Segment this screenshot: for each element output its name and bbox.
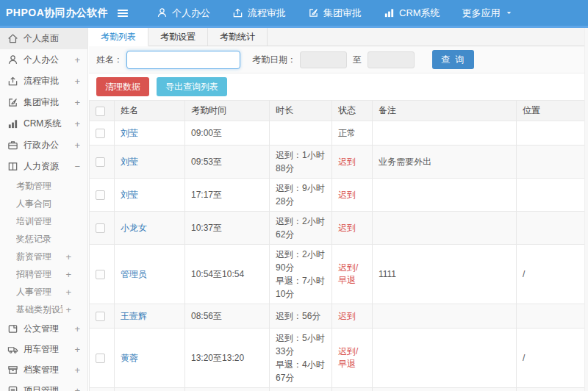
- sidebar-item-book[interactable]: 人力资源 −: [0, 156, 87, 177]
- query-button[interactable]: 查 询: [432, 50, 474, 69]
- sidebar-item-sub-6[interactable]: 人事管理 +: [0, 283, 87, 301]
- location-cell: [517, 179, 585, 212]
- tab-attendance-stats[interactable]: 考勤统计: [208, 28, 268, 46]
- edit-icon: [308, 7, 319, 18]
- duration-cell: 迟到：56分: [270, 304, 332, 329]
- expand-toggle-icon: +: [62, 251, 71, 262]
- note-cell: 业务需要外出: [373, 146, 517, 179]
- sidebar-item-sub-4[interactable]: 薪资管理 +: [0, 248, 87, 265]
- duration-cell: 迟到：9小时28分: [270, 179, 332, 212]
- location-cell: [517, 304, 585, 329]
- header-status: 状态: [332, 101, 373, 121]
- note-cell: [373, 212, 517, 245]
- sidebar-item-share[interactable]: 流程审批 +: [0, 71, 87, 92]
- sidebar-item-sub-5[interactable]: 招聘管理 +: [0, 265, 87, 283]
- row-checkbox[interactable]: [96, 129, 105, 138]
- sidebar-item-briefcase[interactable]: 行政办公 +: [0, 134, 87, 156]
- table-header-row: 姓名 考勤时间 时长 状态 备注 位置: [90, 101, 585, 121]
- nav-item-edit[interactable]: 集团审批: [297, 0, 373, 26]
- sidebar-item-edit[interactable]: 集团审批 +: [0, 92, 87, 113]
- expand-toggle-icon: −: [71, 161, 80, 172]
- location-cell: /: [517, 329, 585, 388]
- sidebar-item-home[interactable]: 个人桌面: [0, 28, 87, 49]
- sidebar-item-sub-7[interactable]: 基础类别设置 +: [0, 301, 87, 318]
- employee-name-link[interactable]: 刘莹: [121, 190, 138, 200]
- table-row: 王壹辉 08:56至 迟到：56分 迟到: [90, 304, 585, 329]
- name-label: 姓名：: [96, 54, 123, 66]
- expand-toggle-icon: +: [62, 304, 71, 315]
- doc-icon: [7, 323, 18, 334]
- edit-icon: [7, 97, 18, 108]
- date-from-input[interactable]: [300, 51, 347, 68]
- main-content: 考勤列表 考勤设置 考勤统计 姓名： 考勤日期： 至 查 询 清理数据 导出查询…: [89, 28, 588, 391]
- location-cell: /: [517, 245, 585, 304]
- status-cell: 正常: [332, 121, 373, 146]
- app-logo[interactable]: PHPOA协同办公软件: [0, 7, 116, 20]
- tab-attendance-settings[interactable]: 考勤设置: [148, 28, 208, 46]
- date-to-input[interactable]: [368, 51, 415, 68]
- sidebar-item-sub-3[interactable]: 奖惩记录: [0, 230, 87, 248]
- sidebar-item-car[interactable]: 用车管理 +: [0, 339, 87, 359]
- select-all-checkbox[interactable]: [96, 107, 105, 116]
- employee-name-link[interactable]: 刘莹: [121, 128, 138, 138]
- sidebar-item-archive[interactable]: 档案管理 +: [0, 359, 87, 380]
- sidebar-item-user[interactable]: 个人办公 +: [0, 49, 87, 71]
- duration-cell: 迟到：2小时90分 早退：7小时10分: [270, 245, 332, 304]
- duration-cell: 迟到：1小时88分: [270, 146, 332, 179]
- nav-item-user[interactable]: 个人办公: [146, 0, 221, 26]
- sidebar-item-sub-2[interactable]: 培训管理: [0, 212, 87, 230]
- note-cell: [373, 329, 517, 388]
- attendance-time-cell: 10:54至10:54: [185, 245, 270, 304]
- name-input[interactable]: [126, 51, 240, 69]
- duration-cell: 迟到：2小时03分: [270, 388, 332, 391]
- header-name: 姓名: [115, 101, 185, 121]
- table-row: 黄蓉 13:20至13:20 迟到：5小时33分 早退：4小时67分 迟到/早退…: [90, 329, 585, 388]
- nav-item-chart[interactable]: CRM系统: [373, 0, 451, 26]
- hamburger-menu-icon[interactable]: [116, 7, 129, 20]
- header-time: 考勤时间: [185, 101, 270, 121]
- row-checkbox[interactable]: [96, 223, 105, 233]
- employee-name-link[interactable]: 管理员: [121, 269, 147, 279]
- nav-item-share[interactable]: 流程审批: [221, 0, 297, 26]
- sidebar-item-chart[interactable]: CRM系统 +: [0, 113, 87, 134]
- duration-cell: [270, 121, 332, 146]
- expand-toggle-icon: +: [71, 118, 80, 129]
- employee-name-link[interactable]: 王壹辉: [121, 311, 147, 321]
- employee-name-link[interactable]: 小龙女: [121, 223, 147, 233]
- attendance-table: 姓名 考勤时间 时长 状态 备注 位置 刘莹 09:00至 正常 刘莹 09:5…: [89, 100, 584, 391]
- employee-name-link[interactable]: 刘莹: [121, 157, 138, 167]
- table-row: 刘莹 17:17至 迟到：9小时28分 迟到: [90, 179, 585, 212]
- nav-item-more[interactable]: 更多应用: [451, 0, 524, 26]
- expand-toggle-icon: +: [71, 323, 80, 334]
- employee-name-link[interactable]: 黄蓉: [121, 353, 138, 363]
- sidebar-hr-sublist: 考勤管理 人事合同 培训管理 奖惩记录 薪资管理 + 招聘管理 + 人事管理 +…: [0, 177, 87, 318]
- sidebar-item-sub-1[interactable]: 人事合同: [0, 195, 87, 212]
- row-checkbox[interactable]: [96, 270, 105, 279]
- expand-toggle-icon: +: [71, 344, 80, 355]
- scrollbar-track[interactable]: [584, 28, 588, 391]
- chart-icon: [7, 118, 18, 129]
- row-checkbox[interactable]: [96, 190, 105, 200]
- status-cell: 迟到: [332, 304, 373, 329]
- sidebar-item-sub-0[interactable]: 考勤管理: [0, 177, 87, 195]
- briefcase-icon: [7, 140, 18, 151]
- row-checkbox[interactable]: [96, 312, 105, 321]
- sidebar-item-list[interactable]: 项目管理 +: [0, 380, 87, 391]
- sidebar-item-doc[interactable]: 公文管理 +: [0, 318, 87, 339]
- row-checkbox[interactable]: [96, 354, 105, 363]
- attendance-time-cell: 13:20至13:20: [185, 329, 270, 388]
- topbar-nav: 个人办公 流程审批 集团审批 CRM系统 更多应用: [146, 0, 524, 26]
- note-cell: [373, 121, 517, 146]
- attendance-time-cell: 10:02至: [185, 388, 270, 391]
- export-list-button[interactable]: 导出查询列表: [157, 77, 227, 96]
- date-label: 考勤日期：: [252, 54, 296, 66]
- tab-attendance-list[interactable]: 考勤列表: [89, 28, 148, 46]
- tabbar: 考勤列表 考勤设置 考勤统计: [89, 28, 588, 46]
- status-cell: 迟到/早退: [332, 329, 373, 388]
- book-icon: [7, 161, 18, 172]
- clean-data-button[interactable]: 清理数据: [96, 77, 149, 96]
- row-checkbox[interactable]: [96, 157, 105, 167]
- attendance-time-cell: 10:37至: [185, 212, 270, 245]
- archive-icon: [7, 365, 18, 376]
- search-form: 姓名： 考勤日期： 至 查 询: [89, 46, 588, 73]
